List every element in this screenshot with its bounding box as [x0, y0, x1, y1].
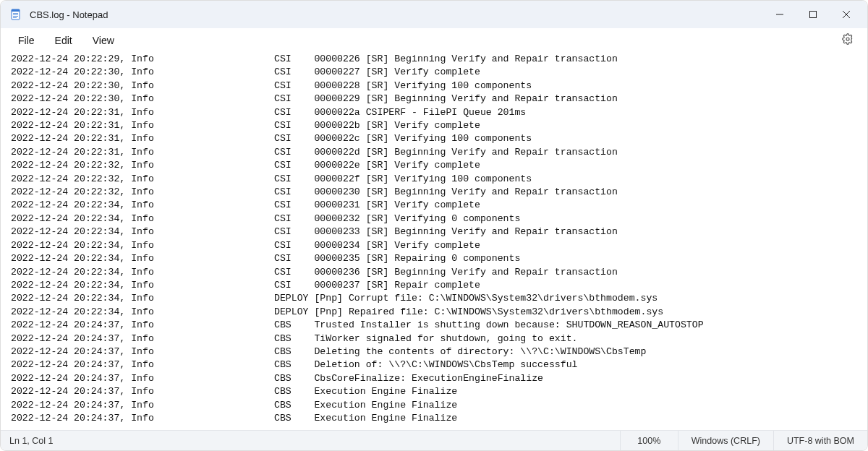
status-line-ending[interactable]: Windows (CRLF) — [678, 431, 773, 450]
status-zoom[interactable]: 100% — [620, 431, 678, 450]
window-controls — [763, 1, 863, 28]
statusbar: Ln 1, Col 1 100% Windows (CRLF) UTF-8 wi… — [1, 430, 867, 450]
titlebar[interactable]: CBS.log - Notepad — [1, 1, 867, 28]
menubar: File Edit View — [1, 28, 867, 53]
gear-icon — [842, 33, 854, 48]
settings-button[interactable] — [835, 28, 860, 53]
svg-rect-7 — [810, 12, 817, 18]
window-title: CBS.log - Notepad — [30, 9, 108, 20]
status-encoding[interactable]: UTF-8 with BOM — [773, 431, 867, 450]
svg-rect-1 — [12, 9, 20, 12]
menu-view[interactable]: View — [82, 30, 124, 51]
notepad-icon — [9, 8, 22, 21]
notepad-window: CBS.log - Notepad File Edit View — [0, 0, 868, 451]
status-cursor-position: Ln 1, Col 1 — [1, 436, 620, 446]
maximize-button[interactable] — [796, 1, 830, 28]
svg-point-10 — [846, 38, 849, 40]
menu-file[interactable]: File — [8, 30, 45, 51]
menu-edit[interactable]: Edit — [45, 30, 82, 51]
text-editor-area[interactable]: 2022-12-24 20:22:29, Info CSI 00000226 [… — [1, 53, 867, 430]
minimize-button[interactable] — [763, 1, 796, 28]
close-button[interactable] — [830, 1, 863, 28]
